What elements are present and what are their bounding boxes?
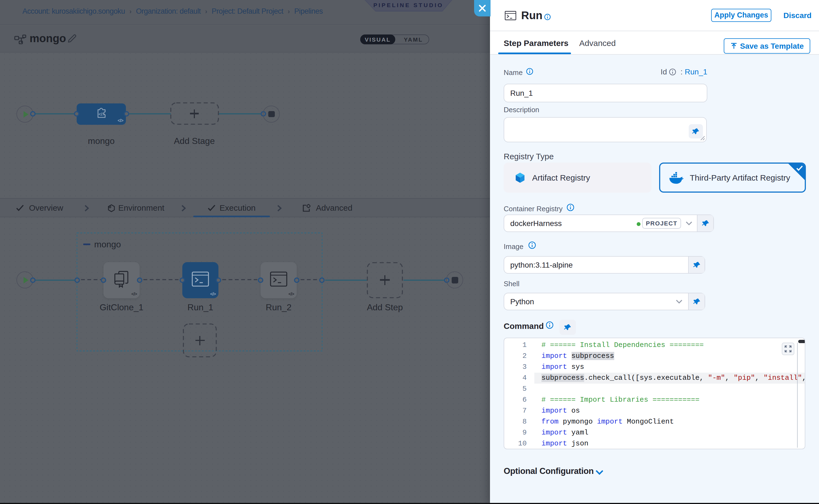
svg-text:</>: </>	[99, 112, 105, 116]
